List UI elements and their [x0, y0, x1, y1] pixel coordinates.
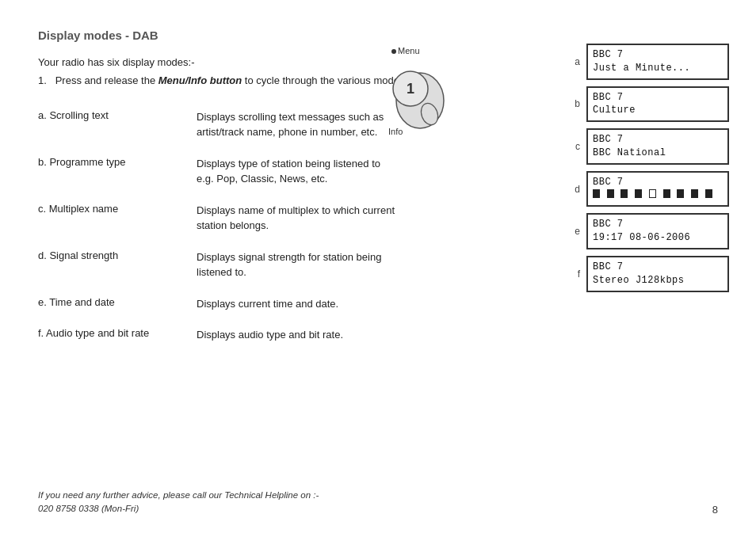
knob-svg: 1 — [380, 57, 460, 136]
footer-line1: If you need any further advice, please c… — [38, 489, 319, 502]
signal-bar-7 — [677, 189, 684, 198]
lcd-line1-e: BBC 7 — [593, 218, 723, 231]
screen-row-b: b BBC 7 Culture — [572, 86, 731, 123]
signal-bar-1 — [593, 189, 600, 198]
screen-row-c: c BBC 7 BBC National — [572, 128, 731, 165]
lcd-screen-c: BBC 7 BBC National — [586, 128, 729, 165]
signal-bar-5-empty — [649, 189, 656, 198]
lcd-line2-d — [593, 189, 723, 203]
signal-bar-2 — [607, 189, 614, 198]
screen-letter-e: e — [572, 226, 580, 237]
lcd-line1-b: BBC 7 — [593, 91, 723, 105]
lcd-screen-f: BBC 7 Stereo J128kbps — [586, 256, 729, 292]
signal-bar-3 — [620, 189, 628, 198]
step1-bold: Menu/Info button — [158, 74, 242, 86]
mode-desc-b: Displays type of station being listened … — [189, 150, 395, 193]
footer: If you need any further advice, please c… — [38, 489, 319, 516]
mode-desc-c: Displays name of multiplex to which curr… — [189, 196, 395, 240]
mode-desc-d: Displays signal strength for station bei… — [189, 243, 395, 287]
mode-desc-a: Displays scrolling text messages such as… — [189, 103, 395, 147]
screen-row-e: e BBC 7 19:17 08-06-2006 — [572, 213, 731, 249]
screen-row-f: f BBC 7 Stereo J128kbps — [572, 256, 731, 292]
signal-bar-8 — [691, 189, 698, 198]
lcd-line2-e: 19:17 08-06-2006 — [593, 231, 723, 245]
screen-letter-f: f — [572, 268, 580, 280]
menu-label: Menu — [398, 46, 420, 55]
screen-letter-d: d — [572, 184, 580, 195]
mode-desc-f: Displays audio type and bit rate. — [189, 321, 395, 349]
screen-letter-a: a — [572, 56, 580, 67]
mode-label-c: c. Multiplex name — [38, 196, 189, 240]
mode-label-d: d. Signal strength — [38, 243, 189, 287]
lcd-line1-d: BBC 7 — [593, 176, 723, 189]
mode-desc-e: Displays current time and date. — [189, 290, 395, 318]
lcd-line1-c: BBC 7 — [593, 133, 723, 147]
knob-illustration: Menu 1 Info — [380, 48, 475, 135]
screen-letter-c: c — [572, 141, 580, 152]
signal-bar-9 — [705, 189, 712, 198]
mode-label-f: f. Audio type and bit rate — [38, 321, 189, 349]
lcd-screen-d: BBC 7 — [586, 171, 729, 207]
menu-dot — [391, 49, 396, 54]
page-title: Display modes - DAB — [38, 29, 718, 42]
mode-label-a: a. Scrolling text — [38, 103, 189, 147]
signal-bar-6 — [663, 189, 670, 198]
lcd-screen-e: BBC 7 19:17 08-06-2006 — [586, 213, 729, 249]
step1-prefix: 1. Press and release the — [38, 74, 158, 86]
signal-bar-4 — [635, 189, 642, 198]
lcd-line1-f: BBC 7 — [593, 261, 723, 274]
mode-label-e: e. Time and date — [38, 290, 189, 318]
lcd-line2-b: Culture — [593, 104, 723, 117]
mode-label-b: b. Programme type — [38, 150, 189, 193]
lcd-line2-c: BBC National — [593, 147, 723, 160]
page-number: 8 — [712, 504, 718, 516]
info-label: Info — [388, 127, 403, 136]
svg-text:1: 1 — [407, 81, 414, 97]
lcd-screen-b: BBC 7 Culture — [586, 86, 729, 123]
lcd-screen-a: BBC 7 Just a Minute... — [586, 44, 729, 80]
footer-line2: 020 8758 0338 (Mon-Fri) — [38, 502, 319, 516]
lcd-line2-f: Stereo J128kbps — [593, 274, 723, 287]
screens-area: a BBC 7 Just a Minute... b BBC 7 Culture… — [572, 44, 731, 292]
screen-row-d: d BBC 7 — [572, 171, 731, 207]
lcd-line1-a: BBC 7 — [593, 48, 723, 62]
screen-letter-b: b — [572, 98, 580, 109]
lcd-line2-a: Just a Minute... — [593, 62, 723, 75]
screen-row-a: a BBC 7 Just a Minute... — [572, 44, 731, 80]
